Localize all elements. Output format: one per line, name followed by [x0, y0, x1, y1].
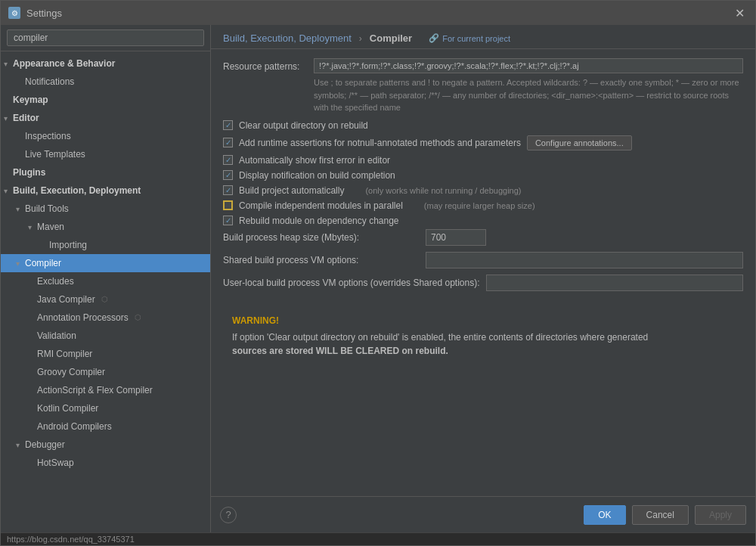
sidebar-item-keymap[interactable]: Keymap — [1, 91, 210, 109]
sidebar-item-appearance[interactable]: ▾Appearance & Behavior — [1, 54, 210, 73]
shared-vm-row: Shared build process VM options: — [223, 252, 743, 268]
sidebar-item-debugger[interactable]: ▾Debugger — [1, 436, 210, 454]
checkbox-add-runtime[interactable] — [223, 138, 233, 147]
setting-note-build-automatically: (only works while not running / debuggin… — [365, 186, 521, 195]
user-vm-input[interactable] — [486, 275, 744, 291]
sidebar-item-plugins[interactable]: Plugins — [1, 163, 210, 181]
warning-text: If option 'Clear output directory on reb… — [232, 330, 734, 358]
shared-vm-input[interactable] — [426, 252, 743, 268]
sidebar-item-excludes[interactable]: Excludes — [1, 272, 210, 290]
setting-label-build-automatically: Build project automatically — [239, 185, 344, 196]
sidebar-item-live-templates[interactable]: Live Templates — [1, 145, 210, 163]
breadcrumb-current: Compiler — [370, 33, 412, 44]
sidebar-item-validation[interactable]: Validation — [1, 327, 210, 345]
sidebar-item-actionscript[interactable]: ActionScript & Flex Compiler — [1, 381, 210, 399]
sidebar-item-kotlin-compiler[interactable]: Kotlin Compiler — [1, 399, 210, 417]
sidebar-item-rmi-compiler[interactable]: RMI Compiler — [1, 345, 210, 363]
user-vm-label: User-local build process VM options (ove… — [223, 278, 480, 288]
sidebar-item-label: Inspections — [25, 131, 71, 141]
breadcrumb-separator: › — [359, 33, 362, 44]
warning-line2: sources are stored WILL BE CLEARED on re… — [232, 346, 448, 356]
sidebar-item-label: Build Tools — [25, 203, 69, 214]
sidebar-item-android-compilers[interactable]: Android Compilers — [1, 417, 210, 436]
search-box — [1, 25, 210, 51]
action-buttons: OK Cancel Apply — [584, 505, 746, 525]
link-icon: 🔗 — [429, 33, 439, 43]
setting-row-rebuild-on-change: Rebuild module on dependency change — [223, 216, 743, 226]
resource-patterns-input[interactable] — [314, 58, 743, 73]
heap-input[interactable] — [426, 229, 486, 246]
checkbox-build-automatically[interactable] — [223, 185, 233, 195]
cancel-button[interactable]: Cancel — [632, 505, 689, 525]
expand-arrow: ▾ — [28, 223, 37, 231]
sidebar-item-compiler[interactable]: ▾Compiler — [1, 254, 210, 272]
sidebar-item-label: Android Compilers — [37, 421, 112, 432]
checkbox-rebuild-on-change[interactable] — [223, 216, 233, 225]
resource-field: Use ; to separate patterns and ! to nega… — [314, 58, 743, 114]
dialog-title: Settings — [26, 8, 62, 19]
sidebar-item-build-execution[interactable]: ▾Build, Execution, Deployment — [1, 181, 210, 200]
sidebar-item-java-compiler[interactable]: Java Compiler⬡ — [1, 290, 210, 309]
expand-arrow: ▾ — [4, 114, 13, 123]
setting-label-display-notification: Display notification on build completion — [239, 170, 395, 181]
settings-list: Clear output directory on rebuildAdd run… — [223, 120, 743, 226]
checkbox-auto-show-error[interactable] — [223, 155, 233, 165]
checkbox-display-notification[interactable] — [223, 170, 233, 180]
sidebar-item-label: Annotation Processors — [37, 312, 129, 323]
sidebar-item-label: Importing — [49, 240, 87, 250]
expand-arrow: ▾ — [16, 441, 25, 449]
sidebar-item-label: Excludes — [37, 276, 74, 287]
setting-row-display-notification: Display notification on build completion — [223, 170, 743, 181]
sidebar-item-hotswap[interactable]: HotSwap — [1, 454, 210, 472]
sidebar-item-label: Plugins — [13, 167, 45, 178]
warning-box: WARNING! If option 'Clear output directo… — [223, 306, 743, 367]
sidebar-item-importing[interactable]: Importing — [1, 236, 210, 254]
expand-arrow: ▾ — [4, 60, 13, 68]
heap-row: Build process heap size (Mbytes): — [223, 229, 743, 246]
sidebar-item-build-tools[interactable]: ▾Build Tools — [1, 200, 210, 218]
sidebar-item-annotation-processors[interactable]: Annotation Processors⬡ — [1, 309, 210, 327]
resource-patterns-hint: Use ; to separate patterns and ! to nega… — [314, 76, 743, 114]
sidebar-item-label: Build, Execution, Deployment — [13, 185, 141, 196]
help-button[interactable]: ? — [220, 507, 237, 523]
setting-label-clear-output: Clear output directory on rebuild — [239, 120, 368, 131]
setting-row-add-runtime: Add runtime assertions for notnull-annot… — [223, 135, 743, 150]
sidebar-item-label: Debugger — [25, 439, 65, 450]
resource-patterns-label: Resource patterns: — [223, 58, 314, 72]
project-link-label: For current project — [442, 34, 510, 43]
sidebar-item-inspections[interactable]: Inspections — [1, 127, 210, 145]
breadcrumb: Build, Execution, Deployment — [223, 33, 352, 44]
search-input[interactable] — [7, 29, 204, 46]
sidebar-item-label: HotSwap — [37, 458, 74, 468]
content-panel: Build, Execution, Deployment › Compiler … — [211, 25, 755, 532]
setting-row-clear-output: Clear output directory on rebuild — [223, 120, 743, 131]
warning-title: WARNING! — [232, 315, 734, 326]
sidebar: ▾Appearance & BehaviorNotificationsKeyma… — [1, 25, 211, 532]
expand-arrow: ▾ — [16, 205, 25, 213]
title-bar: ⚙ Settings ✕ — [1, 1, 755, 25]
setting-note-compile-parallel: (may require larger heap size) — [424, 201, 535, 210]
sidebar-item-groovy-compiler[interactable]: Groovy Compiler — [1, 363, 210, 381]
ok-button[interactable]: OK — [584, 505, 625, 525]
url-bar: https://blog.csdn.net/qq_33745371 — [1, 532, 755, 545]
sidebar-item-label: Groovy Compiler — [37, 367, 105, 377]
checkbox-clear-output[interactable] — [223, 120, 233, 130]
sidebar-item-editor[interactable]: ▾Editor — [1, 109, 210, 127]
sidebar-item-maven[interactable]: ▾Maven — [1, 218, 210, 236]
bottom-bar: ? OK Cancel Apply — [211, 496, 755, 532]
sidebar-item-label: Editor — [13, 113, 39, 123]
apply-button[interactable]: Apply — [695, 505, 746, 525]
external-icon: ⬡ — [101, 295, 110, 304]
setting-label-add-runtime: Add runtime assertions for notnull-annot… — [239, 138, 521, 148]
sidebar-item-label: ActionScript & Flex Compiler — [37, 385, 153, 396]
setting-row-compile-parallel: Compile independent modules in parallel(… — [223, 200, 743, 211]
warning-line1: If option 'Clear output directory on reb… — [232, 332, 648, 343]
sidebar-item-notifications[interactable]: Notifications — [1, 73, 210, 91]
sidebar-item-label: Notifications — [25, 76, 74, 87]
close-button[interactable]: ✕ — [732, 6, 748, 20]
checkbox-compile-parallel[interactable] — [223, 200, 233, 210]
project-link[interactable]: 🔗 For current project — [429, 33, 510, 43]
configure-button[interactable]: Configure annotations... — [527, 135, 632, 150]
sidebar-item-label: Validation — [37, 330, 76, 341]
sidebar-item-label: Appearance & Behavior — [13, 58, 115, 69]
